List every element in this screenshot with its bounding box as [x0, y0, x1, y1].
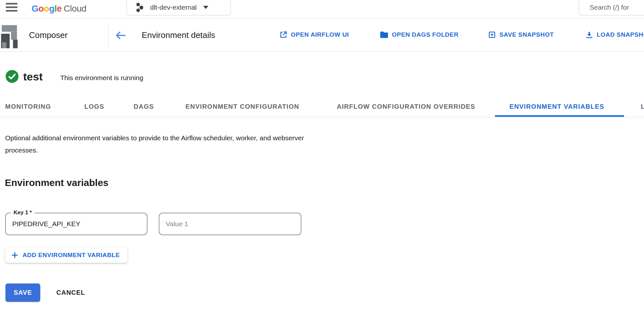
project-selector[interactable]: dlt-dev-external: [127, 0, 231, 15]
save-snapshot-icon: [488, 31, 496, 39]
divider: [108, 23, 109, 48]
key-field-label: Key 1 *: [11, 209, 34, 216]
key-field: Key 1 *: [5, 213, 147, 235]
status-running-icon: [5, 70, 19, 83]
save-snapshot-button[interactable]: SAVE SNAPSHOT: [488, 31, 554, 39]
search-input[interactable]: [590, 4, 644, 11]
tab-logs[interactable]: LOGS: [84, 103, 104, 110]
folder-icon: [380, 31, 388, 39]
chevron-down-icon: [203, 6, 208, 9]
section-heading: Environment variables: [5, 177, 109, 188]
tab-labels[interactable]: LABELS: [641, 103, 644, 110]
tab-bar: MONITORING LOGS DAGS ENVIRONMENT CONFIGU…: [0, 97, 644, 117]
action-label: SAVE SNAPSHOT: [499, 31, 554, 38]
project-hexagons-icon: [135, 2, 144, 13]
value-input[interactable]: [159, 213, 301, 235]
search-box: [579, 0, 644, 15]
plus-icon: [11, 251, 19, 259]
tab-airflow-configuration-overrides[interactable]: AIRFLOW CONFIGURATION OVERRIDES: [337, 103, 475, 110]
add-environment-variable-button[interactable]: ADD ENVIRONMENT VARIABLE: [5, 247, 128, 263]
cancel-button[interactable]: CANCEL: [53, 283, 88, 302]
environment-name: test: [23, 70, 43, 83]
logo-letter: e: [57, 4, 62, 14]
load-snapshot-button[interactable]: LOAD SNAPSHOT: [585, 31, 644, 39]
open-dags-folder-button[interactable]: OPEN DAGS FOLDER: [380, 31, 459, 39]
action-label: LOAD SNAPSHOT: [597, 31, 644, 38]
product-header: Composer Environment details OPEN AIRFLO…: [0, 19, 644, 52]
logo-letter: g: [49, 4, 55, 14]
composer-logo-icon: [0, 24, 19, 48]
project-name: dlt-dev-external: [150, 4, 197, 11]
page-title: Environment details: [142, 30, 215, 40]
section-description: Optional additional environment variable…: [5, 132, 334, 156]
tab-environment-variables[interactable]: ENVIRONMENT VARIABLES: [509, 103, 604, 110]
action-label: OPEN DAGS FOLDER: [392, 31, 459, 38]
logo-letter: G: [32, 4, 38, 14]
tab-environment-configuration[interactable]: ENVIRONMENT CONFIGURATION: [185, 103, 299, 110]
top-app-bar: GoogleCloud dlt-dev-external: [0, 0, 644, 19]
hamburger-menu-icon[interactable]: [6, 3, 17, 14]
product-name: Composer: [29, 30, 68, 40]
value-field: [159, 213, 301, 235]
logo-letter: o: [44, 4, 49, 14]
download-icon: [585, 31, 593, 39]
logo-letter: o: [38, 4, 44, 14]
add-button-label: ADD ENVIRONMENT VARIABLE: [23, 252, 120, 259]
tab-dags[interactable]: DAGS: [134, 103, 154, 110]
open-airflow-ui-button[interactable]: OPEN AIRFLOW UI: [279, 31, 349, 39]
logo-cloud-text: Cloud: [63, 4, 86, 14]
action-label: OPEN AIRFLOW UI: [291, 31, 349, 38]
external-link-icon: [279, 31, 287, 39]
active-tab-indicator: [495, 115, 624, 117]
back-arrow-icon[interactable]: [115, 31, 126, 40]
google-cloud-logo: GoogleCloud: [32, 4, 86, 14]
tab-monitoring[interactable]: MONITORING: [5, 103, 51, 110]
key-input[interactable]: [6, 213, 147, 235]
environment-status-message: This environment is running: [60, 74, 143, 82]
save-button[interactable]: SAVE: [5, 283, 40, 302]
